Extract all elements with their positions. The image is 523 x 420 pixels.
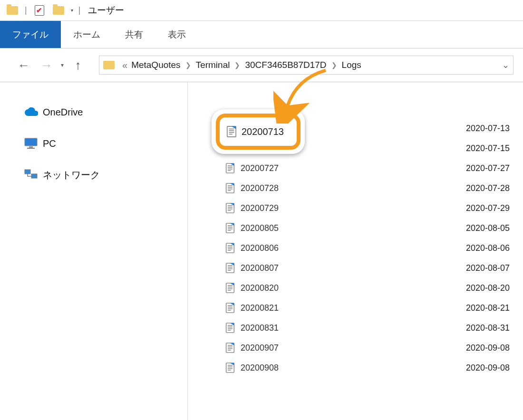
sidebar-item-onedrive[interactable]: OneDrive (0, 96, 187, 128)
sidebar-item-pc[interactable]: PC (0, 128, 187, 159)
document-icon (226, 125, 237, 138)
nav-up-button[interactable]: ↑ (67, 56, 89, 75)
window-title: ユーザー (88, 4, 124, 17)
address-dropdown[interactable]: ⌄ (502, 60, 509, 70)
qat-overflow-button[interactable]: ▾ (69, 7, 76, 14)
svg-rect-7 (29, 146, 33, 148)
sidebar-item-label: OneDrive (43, 107, 83, 118)
file-date: 2020-07-28 (466, 178, 510, 198)
breadcrumb-seg-0[interactable]: MetaQuotes (131, 60, 181, 70)
qat-checklist-icon[interactable]: ✔ (30, 3, 49, 18)
file-name: 20200729 (241, 203, 436, 213)
cloud-icon (22, 105, 40, 119)
ribbon-tab-share[interactable]: 共有 (113, 21, 155, 48)
nav-forward-button[interactable]: → (35, 56, 58, 75)
document-icon (223, 282, 238, 294)
file-date: 2020-08-21 (466, 298, 510, 318)
file-name: 20200807 (241, 263, 436, 273)
document-icon (223, 302, 238, 314)
callout-filename: 20200713 (242, 126, 284, 137)
file-date: 2020-08-31 (466, 318, 510, 338)
breadcrumb-seg-2[interactable]: 30CF3465B87D17D (245, 60, 326, 70)
file-date: 2020-08-20 (466, 278, 510, 298)
file-list: 202007132020-07-13202007152020-07-152020… (223, 118, 523, 378)
document-icon (223, 342, 238, 353)
document-icon (223, 162, 238, 174)
ribbon: ファイル ホーム 共有 表示 (0, 21, 523, 48)
qat-folder-icon[interactable] (3, 3, 22, 18)
document-icon (223, 262, 238, 274)
breadcrumb-seg-3[interactable]: Logs (342, 60, 361, 70)
ribbon-file-tab[interactable]: ファイル (0, 21, 61, 48)
file-name: 20200727 (241, 163, 436, 173)
file-date: 2020-07-13 (466, 118, 510, 138)
svg-rect-10 (31, 174, 37, 178)
sidebar-item-label: ネットワーク (43, 169, 100, 181)
nav-back-button[interactable]: ← (12, 56, 35, 75)
nav-tree: OneDrive PC ネットワーク (0, 82, 188, 420)
navbar: ← → ▾ ↑ « MetaQuotes ❯ Terminal ❯ 30CF34… (0, 48, 523, 82)
file-name: 20200820 (241, 283, 436, 293)
file-name: 20200907 (241, 343, 436, 353)
svg-rect-9 (25, 170, 30, 174)
document-icon (223, 362, 238, 373)
document-icon (223, 222, 238, 234)
file-date: 2020-07-29 (466, 198, 510, 218)
nav-history-dropdown[interactable]: ▾ (61, 62, 64, 68)
file-name: 20200805 (241, 223, 436, 233)
chevron-right-icon[interactable]: ❯ (234, 61, 240, 69)
svg-rect-6 (25, 138, 37, 146)
file-date: 2020-09-08 (466, 358, 510, 378)
qat-separator: | (25, 5, 27, 15)
document-icon (223, 202, 238, 214)
file-date: 2020-08-06 (466, 238, 510, 258)
titlebar: | ✔ ▾ | ユーザー (0, 0, 523, 21)
address-bar[interactable]: « MetaQuotes ❯ Terminal ❯ 30CF3465B87D17… (99, 56, 513, 75)
qat-open-folder-icon[interactable] (49, 3, 68, 18)
file-name: 20200821 (241, 303, 436, 313)
ribbon-tab-view[interactable]: 表示 (155, 21, 198, 48)
sidebar-item-network[interactable]: ネットワーク (0, 159, 187, 191)
address-folder-icon (103, 61, 115, 69)
sidebar-item-label: PC (43, 138, 56, 149)
file-name: 20200908 (241, 363, 436, 373)
document-icon (223, 242, 238, 254)
file-name: 20200728 (241, 183, 436, 193)
document-icon (223, 182, 238, 194)
callout-highlight: 20200713 (212, 109, 305, 154)
chevron-right-icon[interactable]: ❯ (185, 61, 191, 69)
ribbon-tab-home[interactable]: ホーム (61, 21, 113, 48)
breadcrumb-seg-1[interactable]: Terminal (196, 60, 230, 70)
document-icon (223, 322, 238, 334)
file-date: 2020-08-07 (466, 258, 510, 278)
file-name: 20200831 (241, 323, 436, 333)
chevron-right-icon[interactable]: ❯ (331, 61, 337, 69)
network-icon (22, 168, 40, 182)
file-date: 2020-08-05 (466, 218, 510, 238)
file-name: 20200806 (241, 243, 436, 253)
explorer-window: | ✔ ▾ | ユーザー ファイル ホーム 共有 表示 ← → ▾ ↑ « Me… (0, 0, 523, 420)
svg-rect-8 (27, 148, 35, 149)
monitor-icon (22, 136, 40, 151)
file-date: 2020-07-27 (466, 158, 510, 178)
breadcrumb-overflow[interactable]: « (122, 60, 127, 71)
qat-separator-2: | (78, 5, 81, 15)
file-date: 2020-09-08 (466, 338, 510, 358)
file-date: 2020-07-15 (466, 138, 510, 158)
